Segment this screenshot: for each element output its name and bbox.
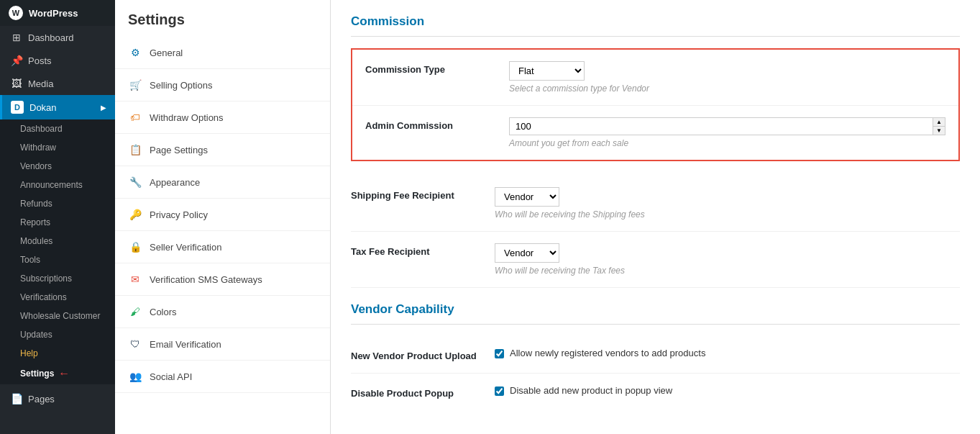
new-vendor-checkbox[interactable]	[495, 349, 504, 358]
commission-type-hint: Select a commission type for Vendor	[509, 83, 945, 94]
nav-colors-label: Colors	[150, 307, 177, 317]
settings-arrow-icon: ←	[58, 367, 70, 380]
wp-top-bar: W WordPress	[0, 0, 115, 26]
admin-commission-label: Admin Commission	[365, 117, 509, 131]
shipping-fee-select[interactable]: Vendor Admin	[495, 187, 559, 207]
admin-commission-input[interactable]	[510, 118, 933, 135]
nav-selling-label: Selling Options	[150, 80, 212, 91]
admin-commission-row: Admin Commission ▲ ▼ Amount you get from…	[352, 106, 958, 160]
nav-page-settings[interactable]: 📋 Page Settings	[115, 134, 330, 166]
nav-email-label: Email Verification	[150, 339, 221, 350]
submenu-withdraw[interactable]: Withdraw	[0, 138, 115, 157]
nav-privacy[interactable]: 🔑 Privacy Policy	[115, 199, 330, 231]
disable-popup-label: Disable Product Popup	[351, 385, 495, 399]
nav-general[interactable]: ⚙ General	[115, 37, 330, 69]
nav-social-api[interactable]: 👥 Social API	[115, 361, 330, 393]
admin-commission-hint: Amount you get from each sale	[509, 138, 945, 148]
appearance-icon: 🔧	[128, 175, 142, 189]
spin-down-button[interactable]: ▼	[933, 126, 945, 135]
submenu-help[interactable]: Help	[0, 344, 115, 363]
dokan-icon: D	[11, 101, 24, 114]
commission-section-title: Commission	[351, 14, 960, 37]
new-vendor-checkbox-label: Allow newly registered vendors to add pr…	[510, 348, 705, 358]
disable-popup-row: Disable Product Popup Disable add new pr…	[351, 374, 960, 410]
nav-appearance[interactable]: 🔧 Appearance	[115, 166, 330, 199]
nav-selling-options[interactable]: 🛒 Selling Options	[115, 69, 330, 101]
submenu-updates[interactable]: Updates	[0, 325, 115, 344]
dashboard-label: Dashboard	[28, 32, 74, 43]
media-label: Media	[28, 78, 53, 89]
shipping-fee-label: Shipping Fee Recipient	[351, 187, 495, 201]
nav-sms-label: Verification SMS Gateways	[150, 274, 262, 285]
page-settings-icon: 📋	[128, 143, 142, 157]
settings-title: Settings	[115, 0, 330, 37]
posts-label: Posts	[28, 55, 52, 66]
tax-fee-hint: Who will be receiving the Tax fees	[495, 266, 960, 276]
posts-icon: 📌	[11, 55, 22, 66]
dashboard-icon: ⊞	[11, 32, 22, 43]
wp-site-name: WordPress	[29, 8, 78, 19]
new-vendor-row: New Vendor Product Upload Allow newly re…	[351, 336, 960, 374]
spin-buttons: ▲ ▼	[933, 118, 945, 135]
shipping-fee-control: Vendor Admin Who will be receiving the S…	[495, 187, 960, 220]
submenu-verifications[interactable]: Verifications	[0, 288, 115, 307]
nav-social-label: Social API	[150, 371, 192, 382]
submenu-announcements[interactable]: Announcements	[0, 176, 115, 194]
nav-seller-verification-label: Seller Verification	[150, 242, 221, 253]
new-vendor-label: New Vendor Product Upload	[351, 348, 495, 361]
sidebar-item-media[interactable]: 🖼 Media	[0, 72, 115, 95]
general-icon: ⚙	[128, 45, 142, 60]
submenu-dashboard[interactable]: Dashboard	[0, 119, 115, 138]
nav-withdraw-options[interactable]: 🏷 Withdraw Options	[115, 101, 330, 134]
shipping-fee-hint: Who will be receiving the Shipping fees	[495, 209, 960, 220]
admin-commission-control: ▲ ▼ Amount you get from each sale	[509, 117, 945, 148]
vendor-cap-title: Vendor Capability	[351, 302, 960, 325]
submenu-modules[interactable]: Modules	[0, 232, 115, 250]
nav-seller-verification[interactable]: 🔒 Seller Verification	[115, 231, 330, 263]
submenu-reports[interactable]: Reports	[0, 213, 115, 232]
nav-privacy-label: Privacy Policy	[150, 209, 208, 220]
new-vendor-control: Allow newly registered vendors to add pr…	[495, 348, 960, 358]
sidebar-item-posts[interactable]: 📌 Posts	[0, 49, 115, 72]
nav-appearance-label: Appearance	[150, 177, 200, 188]
disable-popup-checkbox-label: Disable add new product in popup view	[510, 385, 672, 396]
submenu-wholesale[interactable]: Wholesale Customer	[0, 307, 115, 325]
withdraw-icon: 🏷	[128, 110, 142, 125]
seller-verification-icon: 🔒	[128, 240, 142, 254]
submenu-refunds[interactable]: Refunds	[0, 194, 115, 213]
pages-label: Pages	[28, 394, 55, 404]
media-icon: 🖼	[11, 78, 22, 89]
commission-type-row: Commission Type Flat Percentage Fixed Se…	[352, 50, 958, 106]
commission-type-select[interactable]: Flat Percentage Fixed	[509, 61, 585, 81]
sidebar-item-pages[interactable]: 📄 Pages	[0, 387, 115, 410]
tax-fee-select[interactable]: Vendor Admin	[495, 243, 559, 263]
dokan-label: Dokan	[29, 102, 57, 113]
disable-popup-checkbox[interactable]	[495, 386, 504, 396]
dokan-submenu: Dashboard Withdraw Vendors Announcements…	[0, 119, 115, 384]
wp-sidebar: W WordPress ⊞ Dashboard 📌 Posts 🖼 Media …	[0, 0, 115, 434]
nav-general-label: General	[150, 48, 183, 58]
nav-page-settings-label: Page Settings	[150, 145, 208, 155]
sidebar-item-dokan[interactable]: D Dokan ▶	[0, 95, 115, 119]
social-api-icon: 👥	[128, 369, 142, 384]
submenu-vendors[interactable]: Vendors	[0, 157, 115, 176]
settings-label: Settings	[20, 369, 54, 379]
colors-icon: 🖌	[128, 304, 142, 319]
settings-nav: Settings ⚙ General 🛒 Selling Options 🏷 W…	[115, 0, 331, 434]
selling-icon: 🛒	[128, 78, 142, 92]
commission-type-control: Flat Percentage Fixed Select a commissio…	[509, 61, 945, 94]
sidebar-item-dashboard[interactable]: ⊞ Dashboard	[0, 26, 115, 49]
nav-colors[interactable]: 🖌 Colors	[115, 296, 330, 328]
sms-icon: ✉	[128, 272, 142, 286]
dokan-arrow: ▶	[101, 104, 106, 112]
submenu-tools[interactable]: Tools	[0, 250, 115, 269]
nav-sms-gateways[interactable]: ✉ Verification SMS Gateways	[115, 263, 330, 296]
nav-email-verification[interactable]: 🛡 Email Verification	[115, 328, 330, 361]
shipping-fee-row: Shipping Fee Recipient Vendor Admin Who …	[351, 176, 960, 232]
commission-box: Commission Type Flat Percentage Fixed Se…	[351, 48, 960, 161]
admin-commission-input-wrapper: ▲ ▼	[509, 117, 945, 135]
tax-fee-control: Vendor Admin Who will be receiving the T…	[495, 243, 960, 276]
submenu-subscriptions[interactable]: Subscriptions	[0, 269, 115, 288]
spin-up-button[interactable]: ▲	[933, 118, 945, 126]
submenu-settings[interactable]: Settings ←	[0, 363, 115, 384]
